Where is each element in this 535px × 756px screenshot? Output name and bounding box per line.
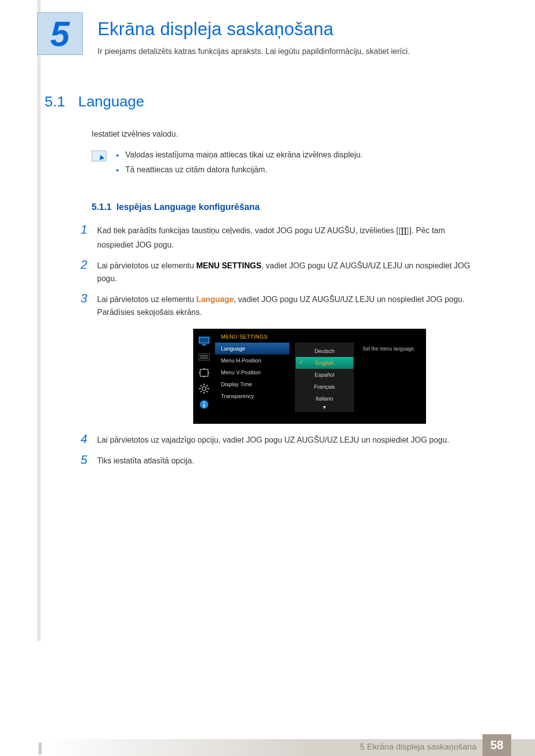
page-number: 58 (482, 734, 511, 756)
svg-rect-5 (202, 344, 206, 346)
subsection-title: Iespējas Language konfigurēšana (116, 202, 260, 212)
scroll-down-icon: ▼ (296, 404, 353, 411)
osd-lang-item: Español (296, 369, 353, 381)
step-number: 5 (74, 454, 87, 467)
svg-line-18 (207, 385, 208, 386)
bold-term: MENU SETTINGS (196, 261, 262, 270)
svg-rect-21 (204, 404, 205, 407)
subsection-number: 5.1.1 (92, 202, 111, 212)
info-icon (198, 399, 211, 410)
step-number: 2 (74, 259, 87, 285)
osd-screenshot: MENU SETTINGS Language Menu H-Position M… (193, 329, 426, 424)
osd-left-item: Menu H-Position (215, 354, 289, 366)
step-number: 4 (74, 434, 87, 447)
note-box: Valodas iestatījuma maiņa attiecas tikai… (92, 151, 490, 180)
menu-grid-icon (399, 226, 408, 239)
osd-left-item: Menu V-Position (215, 366, 289, 378)
side-stripe (37, 0, 41, 641)
svg-line-17 (207, 391, 208, 392)
note-item: Tā neattiecas uz citām datora funkcijām. (116, 165, 363, 174)
highlight-term: Language (196, 295, 234, 303)
svg-rect-4 (200, 338, 209, 343)
osd-lang-item: Français (296, 381, 353, 393)
osd-help-text: Set the menu language. (360, 343, 426, 412)
svg-line-16 (201, 385, 202, 386)
step-text: Lai pārvietotos uz vajadzīgo opciju, vad… (97, 434, 449, 447)
svg-rect-10 (200, 369, 208, 376)
step-text: Kad tiek parādīts funkcijas taustiņu ceļ… (97, 224, 474, 252)
gear-icon (198, 383, 211, 394)
step: 3 Lai pārvietotos uz elementu Language, … (74, 293, 490, 319)
note-item: Valodas iestatījuma maiņa attiecas tikai… (116, 151, 363, 159)
note-text: Tā neattiecas uz citām datora funkcijām. (125, 165, 267, 174)
osd-left-item: Display Time (215, 378, 289, 390)
osd-left-item: Transparency (215, 390, 289, 402)
svg-rect-0 (399, 228, 408, 235)
chapter-intro: Ir pieejams detalizēts katras funkcijas … (98, 47, 410, 56)
osd-lang-item: English (296, 357, 353, 369)
osd-lang-item: Deutsch (296, 345, 353, 357)
chapter-badge: 5 (37, 12, 83, 55)
osd-sidebar (193, 329, 215, 424)
monitor-icon (198, 336, 211, 347)
section-heading: 5.1 Language (45, 93, 490, 110)
section-number: 5.1 (45, 93, 65, 110)
step: 1 Kad tiek parādīts funkcijas taustiņu c… (74, 224, 490, 252)
svg-line-19 (201, 391, 202, 392)
step-text: Tiks iestatīta atlasītā opcija. (97, 454, 194, 467)
step-number: 1 (74, 224, 87, 252)
svg-rect-22 (204, 402, 205, 403)
list-icon (198, 352, 211, 362)
page-footer: 5 Ekrāna displeja saskaņošana 58 (0, 734, 535, 756)
osd-title: MENU SETTINGS (215, 329, 426, 343)
footer-text: 5 Ekrāna displeja saskaņošana (360, 742, 477, 752)
step: 5 Tiks iestatīta atlasītā opcija. (74, 454, 490, 467)
note-icon (92, 151, 107, 161)
step-number: 3 (74, 293, 87, 319)
chapter-number: 5 (38, 13, 82, 55)
chapter-title: Ekrāna displeja saskaņošana (98, 19, 333, 40)
osd-left-item: Language (215, 343, 289, 354)
step-text: Lai pārvietotos uz elementu MENU SETTING… (97, 259, 474, 285)
resize-icon (198, 367, 211, 378)
osd-lang-item: Italiano (296, 393, 353, 404)
step: 2 Lai pārvietotos uz elementu MENU SETTI… (74, 259, 490, 285)
section-title: Language (78, 93, 144, 110)
subsection-heading: 5.1.1 Iespējas Language konfigurēšana (92, 202, 490, 212)
osd-language-list: Deutsch English Español Français Italian… (295, 343, 354, 412)
step: 4 Lai pārvietotos uz vajadzīgo opciju, v… (74, 434, 490, 447)
note-text: Valodas iestatījuma maiņa attiecas tikai… (125, 151, 363, 159)
osd-left-menu: Language Menu H-Position Menu V-Position… (215, 343, 289, 412)
svg-point-11 (202, 387, 206, 391)
section-intro: Iestatiet izvēlnes valodu. (92, 130, 490, 139)
step-text: Lai pārvietotos uz elementu Language, va… (97, 293, 474, 319)
